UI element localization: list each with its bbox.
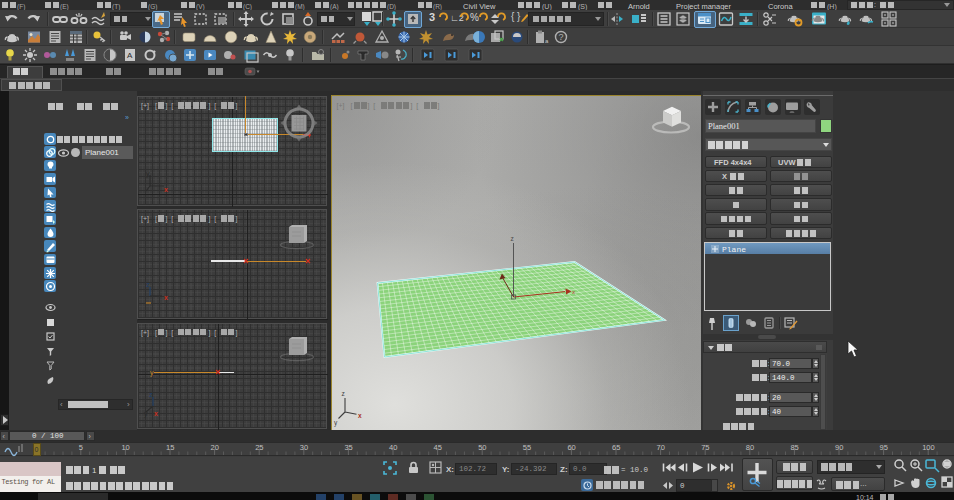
svg-text:a: a (545, 38, 549, 44)
svg-text:?: ? (559, 32, 564, 42)
svg-text:A: A (127, 51, 133, 60)
svg-text:x: x (358, 412, 362, 419)
svg-text:y: y (334, 419, 338, 427)
svg-text:x: x (164, 294, 168, 301)
svg-text:y: y (146, 170, 150, 178)
svg-text:z: z (149, 391, 153, 398)
svg-text:x: x (572, 289, 575, 295)
svg-text:z: z (510, 235, 513, 242)
svg-text:x: x (164, 186, 168, 193)
svg-text:x: x (154, 410, 158, 417)
svg-text:y: y (144, 410, 148, 418)
svg-text:z: z (146, 281, 150, 288)
svg-text:z: z (341, 390, 344, 397)
